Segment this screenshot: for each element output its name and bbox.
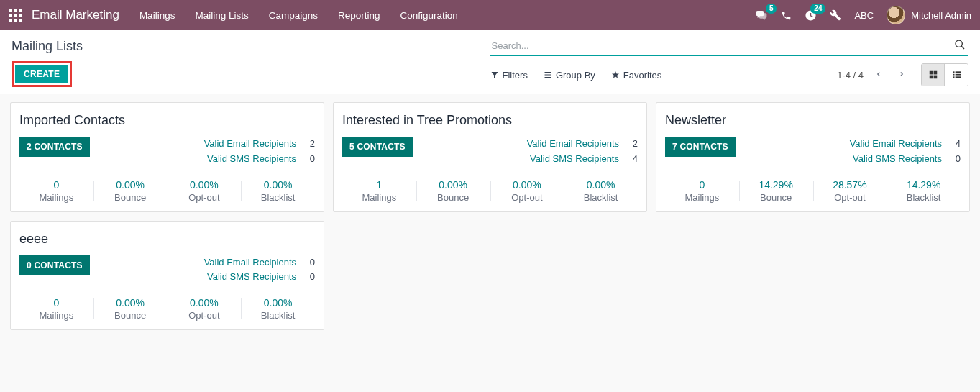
- svg-rect-22: [953, 76, 954, 78]
- topbar-right: 5 24 ABC Mitchell Admin: [755, 6, 971, 24]
- list-card[interactable]: Newsletter 7 CONTACTS Valid Email Recipi…: [656, 102, 970, 212]
- debug-icon[interactable]: [830, 9, 841, 21]
- nav-configuration[interactable]: Configuration: [400, 10, 458, 21]
- mailings-value[interactable]: 0: [19, 297, 93, 309]
- svg-rect-15: [933, 71, 937, 75]
- list-card[interactable]: Imported Contacts 2 CONTACTS Valid Email…: [10, 102, 324, 212]
- valid-sms-link[interactable]: Valid SMS Recipients: [207, 270, 296, 285]
- optout-value[interactable]: 28.57%: [813, 179, 887, 191]
- toolbar: Filters Group By Favorites 1-4 / 4: [490, 60, 969, 94]
- bounce-value[interactable]: 0.00%: [93, 179, 168, 191]
- mailings-label: Mailings: [342, 192, 416, 203]
- svg-rect-23: [955, 76, 961, 78]
- kanban-view-button[interactable]: [922, 64, 945, 86]
- mailings-label: Mailings: [665, 192, 739, 203]
- search-input[interactable]: [490, 36, 952, 55]
- blacklist-value[interactable]: 14.29%: [887, 179, 961, 191]
- optout-value[interactable]: 0.00%: [168, 297, 242, 309]
- phone-icon[interactable]: [781, 10, 792, 21]
- valid-email-count: 0: [305, 255, 315, 270]
- user-name: Mitchell Admin: [911, 10, 971, 21]
- bounce-label: Bounce: [93, 310, 168, 321]
- valid-email-link[interactable]: Valid Email Recipients: [850, 137, 942, 152]
- activities-icon[interactable]: 24: [805, 9, 817, 22]
- list-card[interactable]: Interested in Tree Promotions 5 CONTACTS…: [333, 102, 647, 212]
- svg-rect-5: [19, 14, 22, 17]
- optout-label: Opt-out: [813, 192, 887, 203]
- svg-rect-11: [544, 72, 551, 73]
- favorites-dropdown[interactable]: Favorites: [611, 70, 661, 81]
- valid-sms-count: 4: [628, 152, 638, 167]
- apps-icon[interactable]: [9, 9, 22, 22]
- blacklist-value[interactable]: 0.00%: [564, 179, 638, 191]
- nav-campaigns[interactable]: Campaigns: [269, 10, 318, 21]
- pager-prev[interactable]: [871, 66, 887, 84]
- pager-text[interactable]: 1-4 / 4: [837, 70, 864, 81]
- optout-label: Opt-out: [168, 310, 242, 321]
- contacts-button[interactable]: 2 CONTACTS: [19, 137, 90, 157]
- svg-rect-2: [19, 9, 22, 12]
- valid-email-link[interactable]: Valid Email Recipients: [527, 137, 619, 152]
- svg-rect-3: [9, 14, 12, 17]
- nav-mailings[interactable]: Mailings: [139, 10, 175, 21]
- optout-value[interactable]: 0.00%: [168, 179, 242, 191]
- topbar: Email Marketing Mailings Mailing Lists C…: [0, 0, 980, 30]
- svg-rect-4: [14, 14, 17, 17]
- blacklist-value[interactable]: 0.00%: [241, 297, 315, 309]
- blacklist-label: Blacklist: [241, 192, 315, 203]
- messages-icon[interactable]: 5: [755, 9, 768, 21]
- card-title: Interested in Tree Promotions: [342, 113, 638, 128]
- card-title: Imported Contacts: [19, 113, 315, 128]
- company-selector[interactable]: ABC: [854, 10, 874, 21]
- card-title: eeee: [19, 232, 315, 247]
- list-view-button[interactable]: [945, 64, 968, 86]
- messages-badge: 5: [766, 4, 777, 14]
- contacts-button[interactable]: 0 CONTACTS: [19, 255, 90, 275]
- mailings-value[interactable]: 1: [342, 179, 416, 191]
- mailings-value[interactable]: 0: [665, 179, 739, 191]
- valid-sms-link[interactable]: Valid SMS Recipients: [530, 152, 619, 167]
- control-panel: Mailing Lists CREATE Filters Group By: [0, 30, 980, 94]
- favorites-label: Favorites: [623, 70, 661, 81]
- blacklist-label: Blacklist: [564, 192, 638, 203]
- blacklist-label: Blacklist: [887, 192, 961, 203]
- bounce-value[interactable]: 0.00%: [93, 297, 168, 309]
- blacklist-label: Blacklist: [241, 310, 315, 321]
- valid-email-link[interactable]: Valid Email Recipients: [204, 255, 296, 270]
- valid-email-count: 4: [951, 137, 961, 152]
- user-menu[interactable]: Mitchell Admin: [887, 6, 971, 24]
- create-button[interactable]: CREATE: [15, 65, 68, 83]
- blacklist-value[interactable]: 0.00%: [241, 179, 315, 191]
- card-title: Newsletter: [665, 113, 961, 128]
- groupby-dropdown[interactable]: Group By: [544, 70, 595, 81]
- svg-rect-21: [955, 74, 961, 76]
- nav-reporting[interactable]: Reporting: [338, 10, 380, 21]
- svg-rect-13: [544, 77, 551, 78]
- optout-value[interactable]: 0.00%: [490, 179, 564, 191]
- filters-label: Filters: [503, 70, 528, 81]
- app-title[interactable]: Email Marketing: [32, 8, 119, 22]
- valid-sms-link[interactable]: Valid SMS Recipients: [207, 152, 296, 167]
- valid-email-count: 2: [305, 137, 315, 152]
- mailings-label: Mailings: [19, 310, 93, 321]
- svg-rect-16: [929, 76, 933, 79]
- svg-rect-20: [953, 74, 954, 76]
- activities-badge: 24: [810, 4, 825, 14]
- page-title: Mailing Lists: [12, 36, 490, 54]
- valid-email-link[interactable]: Valid Email Recipients: [204, 137, 296, 152]
- contacts-button[interactable]: 7 CONTACTS: [665, 137, 736, 157]
- mailings-value[interactable]: 0: [19, 179, 93, 191]
- search-icon[interactable]: [951, 36, 968, 55]
- mailings-label: Mailings: [19, 192, 93, 203]
- filters-dropdown[interactable]: Filters: [490, 70, 528, 81]
- nav-mailing-lists[interactable]: Mailing Lists: [195, 10, 248, 21]
- contacts-button[interactable]: 5 CONTACTS: [342, 137, 413, 157]
- svg-rect-19: [955, 71, 961, 73]
- valid-sms-count: 0: [305, 270, 315, 285]
- pager-next[interactable]: [894, 66, 910, 84]
- valid-sms-link[interactable]: Valid SMS Recipients: [853, 152, 942, 167]
- bounce-value[interactable]: 0.00%: [416, 179, 490, 191]
- bounce-value[interactable]: 14.29%: [739, 179, 813, 191]
- list-card[interactable]: eeee 0 CONTACTS Valid Email Recipients0 …: [10, 221, 324, 331]
- bounce-label: Bounce: [93, 192, 168, 203]
